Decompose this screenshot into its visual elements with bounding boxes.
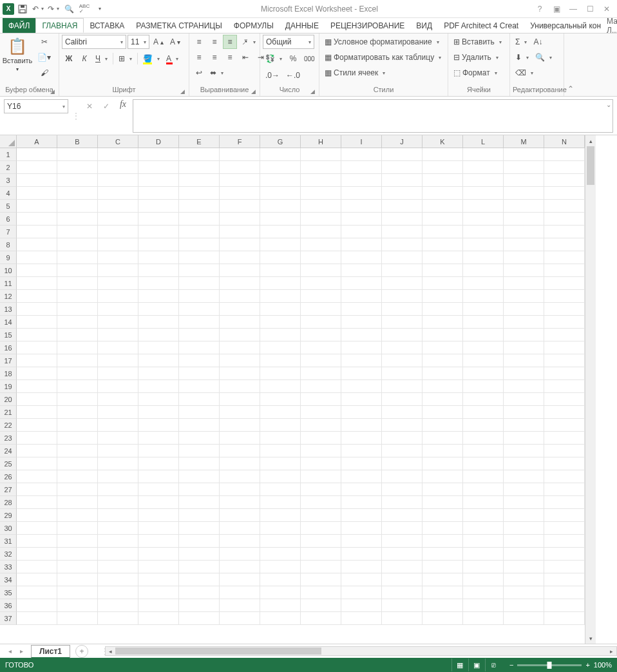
- cell[interactable]: [544, 406, 585, 419]
- cell[interactable]: [504, 483, 544, 496]
- cell[interactable]: [179, 290, 220, 303]
- cell[interactable]: [463, 599, 504, 612]
- cell[interactable]: [260, 457, 301, 470]
- cell[interactable]: [17, 187, 57, 200]
- cell[interactable]: [98, 496, 138, 509]
- sheet-nav-first[interactable]: ◂: [4, 646, 15, 657]
- qat-redo[interactable]: ↷: [46, 2, 61, 16]
- cell[interactable]: [504, 380, 544, 393]
- cell[interactable]: [422, 599, 463, 612]
- cell[interactable]: [179, 419, 220, 432]
- cell[interactable]: [544, 226, 585, 238]
- cell[interactable]: [57, 367, 98, 380]
- cell[interactable]: [301, 470, 341, 483]
- cell[interactable]: [179, 226, 220, 238]
- cell[interactable]: [17, 226, 57, 238]
- vertical-scrollbar[interactable]: ▴ ▾: [585, 135, 596, 644]
- cell[interactable]: [301, 213, 341, 226]
- cell[interactable]: [341, 599, 382, 612]
- cell[interactable]: [504, 187, 544, 200]
- cell[interactable]: [422, 419, 463, 432]
- cell[interactable]: [220, 341, 260, 354]
- cell[interactable]: [504, 393, 544, 406]
- cell[interactable]: [504, 561, 544, 573]
- cell[interactable]: [138, 445, 179, 457]
- scroll-up-button[interactable]: ▴: [585, 135, 596, 146]
- cell[interactable]: [57, 522, 98, 535]
- cell[interactable]: [463, 148, 504, 161]
- cell[interactable]: [179, 174, 220, 187]
- cell[interactable]: [138, 380, 179, 393]
- cell[interactable]: [220, 393, 260, 406]
- bold-button[interactable]: Ж: [62, 52, 76, 66]
- cell[interactable]: [341, 535, 382, 548]
- cell[interactable]: [179, 393, 220, 406]
- cell[interactable]: [98, 174, 138, 187]
- cell[interactable]: [220, 329, 260, 341]
- cell[interactable]: [301, 264, 341, 277]
- cell[interactable]: [463, 290, 504, 303]
- cell[interactable]: [57, 445, 98, 457]
- cell[interactable]: [220, 290, 260, 303]
- cell[interactable]: [179, 277, 220, 290]
- align-middle-button[interactable]: ≡: [207, 35, 222, 49]
- cell[interactable]: [260, 483, 301, 496]
- cell[interactable]: [504, 548, 544, 561]
- cell[interactable]: [382, 561, 422, 573]
- cell[interactable]: [220, 200, 260, 213]
- cell[interactable]: [341, 445, 382, 457]
- view-page-layout-button[interactable]: ▣: [468, 658, 485, 671]
- cell[interactable]: [504, 329, 544, 341]
- cell[interactable]: [382, 599, 422, 612]
- cell[interactable]: [138, 586, 179, 599]
- orientation-button[interactable]: ⭷: [238, 35, 258, 49]
- cell[interactable]: [260, 522, 301, 535]
- cell[interactable]: [17, 432, 57, 445]
- column-header[interactable]: K: [422, 135, 463, 148]
- cell[interactable]: [504, 264, 544, 277]
- cell[interactable]: [504, 303, 544, 316]
- cell[interactable]: [260, 535, 301, 548]
- cell[interactable]: [17, 354, 57, 367]
- insert-cells-button[interactable]: ⊞ Вставить: [451, 35, 507, 49]
- cell[interactable]: [341, 509, 382, 522]
- cell[interactable]: [179, 483, 220, 496]
- cell[interactable]: [422, 432, 463, 445]
- cell[interactable]: [260, 445, 301, 457]
- cell[interactable]: [341, 612, 382, 625]
- clear-button[interactable]: ⌫: [513, 66, 536, 80]
- cell[interactable]: [544, 432, 585, 445]
- row-header[interactable]: 37: [0, 612, 17, 625]
- cell[interactable]: [382, 586, 422, 599]
- cell[interactable]: [301, 174, 341, 187]
- cell[interactable]: [382, 380, 422, 393]
- paste-button[interactable]: 📋 Вставить▾: [3, 35, 32, 75]
- cell[interactable]: [98, 329, 138, 341]
- cell[interactable]: [301, 341, 341, 354]
- column-header[interactable]: F: [220, 135, 260, 148]
- cell[interactable]: [341, 561, 382, 573]
- cell[interactable]: [504, 509, 544, 522]
- column-header[interactable]: A: [17, 135, 57, 148]
- cell[interactable]: [138, 354, 179, 367]
- cell[interactable]: [341, 226, 382, 238]
- row-header[interactable]: 28: [0, 496, 17, 509]
- cell[interactable]: [57, 200, 98, 213]
- cell[interactable]: [382, 187, 422, 200]
- row-header[interactable]: 2: [0, 161, 17, 174]
- cell[interactable]: [382, 367, 422, 380]
- row-header[interactable]: 13: [0, 303, 17, 316]
- cell[interactable]: [463, 264, 504, 277]
- cell[interactable]: [98, 238, 138, 251]
- cell[interactable]: [422, 393, 463, 406]
- cell[interactable]: [463, 354, 504, 367]
- underline-button[interactable]: Ч: [93, 52, 110, 66]
- row-header[interactable]: 27: [0, 483, 17, 496]
- cell[interactable]: [138, 470, 179, 483]
- cell[interactable]: [220, 264, 260, 277]
- cell[interactable]: [422, 367, 463, 380]
- cell[interactable]: [504, 406, 544, 419]
- row-header[interactable]: 10: [0, 264, 17, 277]
- cell[interactable]: [220, 419, 260, 432]
- cell[interactable]: [17, 251, 57, 264]
